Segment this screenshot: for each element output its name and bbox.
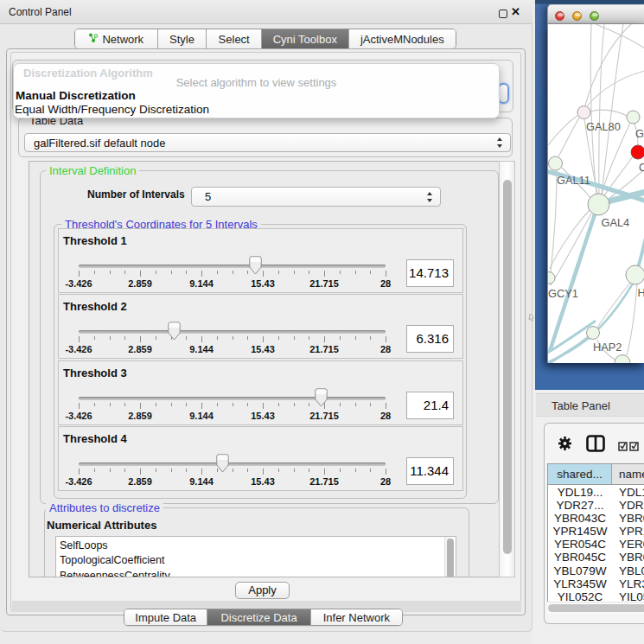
slider-thumb[interactable] bbox=[168, 322, 181, 341]
network-node[interactable] bbox=[615, 355, 630, 364]
tab-item[interactable]: Discretize Data bbox=[207, 609, 310, 625]
close-traffic-light-icon[interactable] bbox=[555, 11, 564, 21]
attribute-list-item[interactable]: BetweennessCentrality bbox=[56, 569, 443, 577]
threshold-panel: Threshold 3 -3.4262.8599.14415.4321.7152… bbox=[58, 360, 463, 425]
slider-track[interactable] bbox=[79, 462, 386, 466]
network-node[interactable] bbox=[631, 145, 644, 159]
network-edge bbox=[590, 24, 596, 194]
tab-item[interactable]: Select bbox=[207, 29, 262, 48]
table-column-header[interactable]: name bbox=[612, 464, 644, 485]
popup-item-equal-width[interactable]: Equal Width/Frequency Discretization bbox=[15, 103, 209, 116]
slider-track[interactable] bbox=[79, 330, 386, 334]
list-scrollbar-thumb[interactable] bbox=[447, 539, 454, 577]
network-node[interactable] bbox=[588, 194, 609, 215]
table-cell: YLR345W bbox=[548, 577, 612, 590]
slider-tick bbox=[94, 271, 95, 274]
slider-thumb[interactable] bbox=[249, 256, 262, 275]
tab-item[interactable]: Style bbox=[158, 29, 207, 48]
slider-tick bbox=[263, 336, 264, 342]
tab-item[interactable]: jActiveMNodules bbox=[349, 29, 456, 48]
tab-item[interactable]: Cyni Toolbox bbox=[262, 29, 349, 48]
network-window-titlebar[interactable] bbox=[547, 4, 644, 24]
tab-item[interactable]: Impute Data bbox=[124, 609, 207, 625]
table-row[interactable]: YBL079W YBL079W bbox=[548, 564, 644, 577]
slider-tick bbox=[247, 469, 248, 472]
table-row[interactable]: YLR345W YLR345W bbox=[548, 577, 644, 590]
slider-tick-label: 15.43 bbox=[237, 476, 289, 487]
slider-tick-label: -3.426 bbox=[53, 411, 105, 421]
slider-tick-label: 2.859 bbox=[114, 411, 166, 421]
threshold-panel: Threshold 2 -3.4262.8599.14415.4321.7152… bbox=[58, 294, 463, 359]
table-column-header[interactable]: shared... bbox=[548, 464, 612, 485]
slider-tick bbox=[247, 336, 248, 340]
table-data-combo[interactable]: galFiltered.sif default node bbox=[24, 133, 511, 152]
slider-tick bbox=[355, 271, 356, 274]
select-columns-icon[interactable] bbox=[618, 439, 640, 455]
popup-item-manual[interactable]: Manual Discretization bbox=[16, 89, 136, 102]
table-row[interactable]: YBR043C YBR043C bbox=[548, 512, 644, 525]
slider-thumb[interactable] bbox=[315, 388, 328, 407]
threshold-value-field[interactable]: 6.316 bbox=[406, 325, 454, 353]
threshold-value-field[interactable]: 21.4 bbox=[406, 392, 454, 419]
attribute-list-item[interactable]: SelfLoops bbox=[56, 539, 443, 553]
popup-hint: Select algorithm to view settings bbox=[14, 76, 499, 89]
attribute-list-item[interactable]: TopologicalCoefficient bbox=[56, 553, 443, 568]
table-cell: YBL079W bbox=[548, 564, 612, 577]
slider-tick-label: 28 bbox=[360, 411, 411, 421]
table-row[interactable]: YDL19... YDL19... bbox=[548, 486, 644, 499]
slider-tick-label: 2.859 bbox=[114, 476, 166, 487]
tab-item[interactable]: Network bbox=[75, 29, 158, 48]
network-node[interactable] bbox=[587, 327, 600, 340]
network-node[interactable] bbox=[627, 111, 640, 124]
main-scrollbar-thumb[interactable] bbox=[503, 180, 512, 554]
threshold-value-field[interactable]: 11.344 bbox=[406, 457, 454, 485]
slider-tick bbox=[309, 336, 309, 340]
slider-tick bbox=[217, 271, 218, 274]
slider-tick bbox=[156, 271, 156, 274]
network-node[interactable] bbox=[548, 272, 555, 284]
table-row[interactable]: YPR145W YPR145W bbox=[548, 525, 644, 538]
table-hscrollbar-thumb[interactable] bbox=[548, 604, 644, 612]
apply-button[interactable]: Apply bbox=[235, 582, 290, 599]
zoom-traffic-light-icon[interactable] bbox=[590, 11, 599, 21]
slider-tick bbox=[94, 469, 95, 472]
close-icon[interactable]: ✕ bbox=[511, 5, 520, 18]
table-cell: YPR145W bbox=[548, 525, 612, 538]
slider-tick-label: 15.43 bbox=[237, 344, 289, 354]
split-view-icon[interactable] bbox=[586, 435, 605, 456]
slider-tick bbox=[370, 336, 371, 340]
tab-label: Cyni Toolbox bbox=[273, 33, 337, 46]
threshold-value-field[interactable]: 14.713 bbox=[406, 259, 454, 287]
slider-tick bbox=[110, 403, 111, 406]
table-row[interactable]: YBR045C YBR045C bbox=[548, 551, 644, 564]
table-row[interactable]: YER054C YER054C bbox=[548, 538, 644, 551]
table-panel-header[interactable]: Table Panel bbox=[536, 393, 644, 417]
slider-track[interactable] bbox=[79, 397, 386, 400]
slider-tick bbox=[171, 469, 172, 472]
cyni-panel: Table Data galFiltered.sif default node … bbox=[10, 52, 521, 612]
slider-track[interactable] bbox=[79, 265, 386, 268]
algorithm-dropdown-popup: Discretization Algorithm Select algorith… bbox=[13, 63, 500, 118]
threshold-label: Threshold 4 bbox=[63, 432, 127, 445]
minimize-traffic-light-icon[interactable] bbox=[572, 11, 582, 21]
threshold-label: Threshold 1 bbox=[63, 234, 127, 247]
network-node[interactable] bbox=[626, 265, 644, 284]
network-node-label: GA bbox=[635, 127, 644, 140]
slider-tick-label: -3.426 bbox=[53, 344, 105, 354]
node-table: shared...name YDL19... YDL19... YDR27...… bbox=[547, 463, 644, 613]
number-of-intervals-combo[interactable]: 5 bbox=[191, 187, 441, 207]
network-node[interactable] bbox=[577, 106, 590, 119]
slider-tick bbox=[309, 403, 309, 406]
slider-tick bbox=[370, 469, 371, 472]
table-row[interactable]: YDR27... YDR27... bbox=[548, 499, 644, 512]
tab-item[interactable]: Infer Network bbox=[311, 609, 402, 625]
gear-icon[interactable] bbox=[558, 436, 572, 455]
network-node[interactable] bbox=[549, 156, 563, 170]
slider-tick-label: 2.859 bbox=[114, 278, 166, 289]
network-canvas[interactable]: GAL80GACGAL11GAL4GCY1HHAP2 bbox=[547, 24, 644, 363]
slider-thumb[interactable] bbox=[216, 454, 229, 473]
network-edge bbox=[599, 24, 604, 194]
slider-tick-label: 15.43 bbox=[237, 278, 289, 289]
table-cell: YBR045C bbox=[548, 551, 612, 564]
float-window-icon[interactable] bbox=[499, 10, 507, 18]
